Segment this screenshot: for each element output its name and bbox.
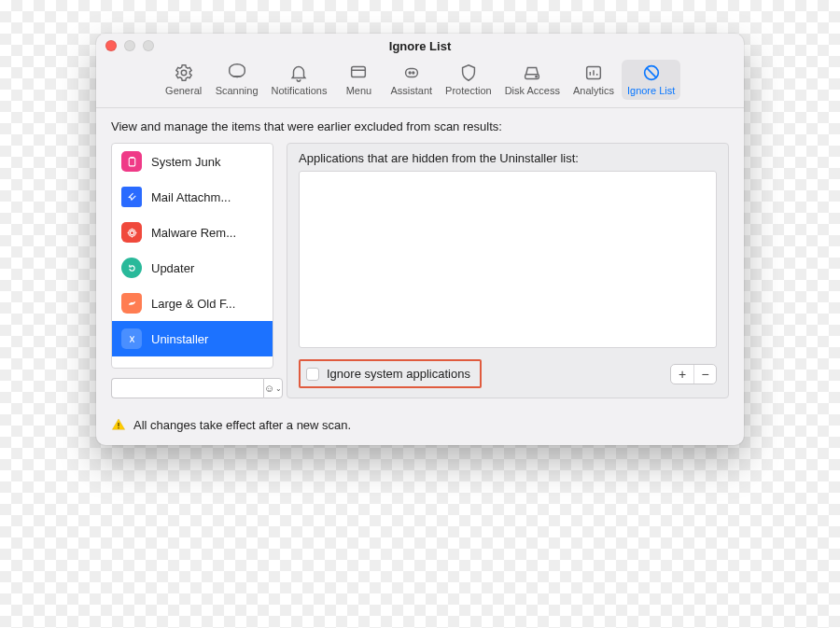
checkbox-label: Ignore system applications: [327, 367, 470, 381]
sidebar-item-label: Updater: [151, 261, 194, 275]
panel-footer: Ignore system applications + −: [299, 359, 717, 388]
svg-rect-12: [118, 423, 119, 426]
tab-notifications[interactable]: Notifications: [266, 60, 333, 100]
filter-dropdown-button[interactable]: ☺ ⌄: [263, 378, 283, 398]
svg-point-3: [409, 72, 411, 74]
sidebar-item-label: Uninstaller: [151, 332, 208, 346]
mail-icon: [121, 187, 142, 207]
preferences-tabs: General Scanning Notifications Menu Assi: [96, 58, 744, 108]
sidebar-item-label: Large & Old F...: [151, 297, 235, 311]
window-controls: [105, 40, 154, 51]
category-list: System Junk Mail Attachm... Malware Rem.…: [111, 143, 273, 369]
chart-icon: [583, 63, 604, 82]
menu-icon: [348, 63, 369, 82]
sidebar-item-uninstaller[interactable]: Uninstaller: [112, 321, 273, 356]
filter-input[interactable]: [111, 378, 263, 398]
tab-label: General: [165, 85, 202, 96]
remove-button[interactable]: −: [693, 365, 716, 384]
disk-icon: [522, 63, 542, 82]
shield-icon: [458, 63, 479, 82]
svg-rect-2: [405, 68, 417, 77]
filter-row: ☺ ⌄: [111, 378, 273, 398]
svg-rect-9: [129, 158, 135, 166]
svg-point-0: [181, 70, 187, 76]
tab-label: Disk Access: [505, 85, 560, 96]
tab-label: Menu: [346, 85, 372, 96]
sidebar-item-system-junk[interactable]: System Junk: [112, 144, 273, 179]
sidebar-item-mail-attachments[interactable]: Mail Attachm...: [112, 179, 273, 215]
sidebar-item-large-old-files[interactable]: Large & Old F...: [112, 286, 273, 321]
svg-rect-1: [352, 67, 366, 77]
tab-label: Scanning: [216, 85, 259, 96]
sidebar: System Junk Mail Attachm... Malware Rem.…: [111, 143, 273, 398]
svg-rect-13: [118, 427, 119, 428]
warning-icon: [111, 417, 126, 432]
svg-point-4: [413, 72, 414, 74]
updater-icon: [121, 258, 142, 278]
system-junk-icon: [121, 151, 142, 172]
main-heading: Applications that are hidden from the Un…: [299, 151, 717, 165]
smiley-icon: ☺: [264, 383, 274, 394]
tab-disk-access[interactable]: Disk Access: [499, 60, 566, 100]
ignore-system-apps-highlight: Ignore system applications: [299, 359, 482, 388]
tab-analytics[interactable]: Analytics: [567, 60, 620, 100]
panes: System Junk Mail Attachm... Malware Rem.…: [111, 143, 729, 398]
tab-label: Ignore List: [627, 85, 675, 96]
tab-protection[interactable]: Protection: [440, 60, 497, 100]
monitor-icon: [227, 63, 247, 82]
zoom-window-button[interactable]: [143, 40, 154, 51]
window-title: Ignore List: [96, 39, 744, 53]
titlebar: Ignore List: [96, 34, 744, 58]
tab-label: Notifications: [272, 85, 328, 96]
minimize-window-button[interactable]: [124, 40, 135, 51]
plus-icon: +: [679, 367, 686, 382]
close-window-button[interactable]: [105, 40, 117, 51]
footer-text: All changes take effect after a new scan…: [133, 418, 351, 432]
sidebar-item-label: Mail Attachm...: [151, 190, 231, 204]
ignore-system-apps-checkbox[interactable]: [306, 368, 319, 381]
sidebar-item-label: Malware Rem...: [151, 226, 236, 240]
svg-point-6: [536, 76, 537, 77]
tab-menu[interactable]: Menu: [334, 60, 383, 100]
tab-label: Analytics: [573, 85, 614, 96]
folder-icon: [121, 293, 142, 314]
sidebar-item-label: System Junk: [151, 155, 220, 169]
excluded-apps-list[interactable]: [299, 171, 717, 348]
sidebar-item-updater[interactable]: Updater: [112, 250, 273, 286]
uninstaller-icon: [121, 328, 142, 349]
assistant-icon: [401, 63, 422, 82]
tab-label: Assistant: [390, 85, 432, 96]
main-panel: Applications that are hidden from the Un…: [287, 143, 729, 398]
chevron-down-icon: ⌄: [275, 384, 282, 393]
sidebar-item-malware-removal[interactable]: Malware Rem...: [112, 215, 273, 250]
content-area: View and manage the items that were earl…: [96, 108, 744, 408]
add-button[interactable]: +: [671, 365, 693, 384]
tab-label: Protection: [445, 85, 492, 96]
tab-general[interactable]: General: [160, 60, 208, 100]
bell-icon: [288, 63, 309, 82]
malware-icon: [121, 222, 142, 243]
prohibit-icon: [641, 63, 662, 82]
preferences-window: Ignore List General Scanning Notificatio…: [96, 34, 744, 445]
minus-icon: −: [701, 367, 708, 382]
tab-ignore-list[interactable]: Ignore List: [622, 60, 680, 100]
add-remove-group: + −: [670, 364, 717, 384]
tab-assistant[interactable]: Assistant: [385, 60, 438, 100]
footer: All changes take effect after a new scan…: [96, 408, 744, 445]
instructions-text: View and manage the items that were earl…: [111, 119, 729, 133]
tab-scanning[interactable]: Scanning: [210, 60, 264, 100]
svg-point-10: [130, 230, 133, 234]
gear-icon: [174, 63, 194, 82]
